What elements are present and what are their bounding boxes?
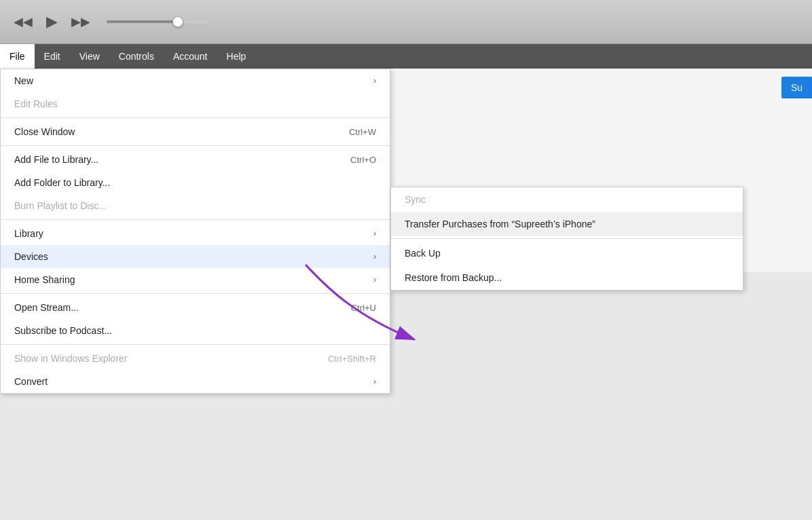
submenu-separator-1 [391, 238, 743, 239]
separator-3 [1, 219, 390, 220]
file-dropdown-menu: New › Edit Rules Close Window Ctrl+W Add… [0, 69, 390, 394]
new-arrow-icon: › [373, 76, 376, 86]
su-button[interactable]: Su [781, 77, 812, 98]
play-button[interactable]: ▶ [43, 10, 60, 33]
menu-item-close-window[interactable]: Close Window Ctrl+W [1, 120, 390, 143]
menu-item-edit-rules: Edit Rules [1, 92, 390, 115]
submenu-item-restore-backup[interactable]: Restore from Backup... [391, 265, 743, 290]
add-file-shortcut: Ctrl+O [350, 155, 376, 165]
separator-5 [1, 344, 390, 345]
fastforward-button[interactable]: ▶▶ [69, 12, 93, 32]
menu-edit[interactable]: Edit [35, 44, 70, 69]
menu-item-subscribe-podcast[interactable]: Subscribe to Podcast... [1, 319, 390, 342]
menu-item-add-folder[interactable]: Add Folder to Library... [1, 171, 390, 194]
close-window-shortcut: Ctrl+W [349, 127, 376, 137]
menu-help[interactable]: Help [217, 44, 256, 69]
menu-file[interactable]: File [0, 44, 35, 69]
menu-item-convert[interactable]: Convert › [1, 370, 390, 393]
menu-item-show-explorer: Show in Windows Explorer Ctrl+Shift+R [1, 347, 390, 370]
volume-slider-container [107, 20, 208, 23]
menu-item-new[interactable]: New › [1, 69, 390, 92]
devices-submenu: Sync Transfer Purchases from “Supreeth’s… [390, 187, 743, 291]
convert-arrow-icon: › [373, 377, 376, 386]
separator-2 [1, 145, 390, 146]
menu-item-open-stream[interactable]: Open Stream... Ctrl+U [1, 296, 390, 319]
menu-item-add-file[interactable]: Add File to Library... Ctrl+O [1, 148, 390, 171]
menu-item-library[interactable]: Library › [1, 222, 390, 245]
devices-arrow-icon: › [373, 252, 376, 261]
menu-controls[interactable]: Controls [109, 44, 164, 69]
menu-account[interactable]: Account [164, 44, 217, 69]
submenu-item-sync: Sync [391, 187, 743, 212]
toolbar: ◀◀ ▶ ▶▶ [0, 0, 812, 44]
menu-view[interactable]: View [70, 44, 109, 69]
submenu-item-transfer-purchases[interactable]: Transfer Purchases from “Supreeth’s iPho… [391, 212, 743, 236]
menubar: File Edit View Controls Account Help [0, 44, 812, 69]
home-sharing-arrow-icon: › [373, 275, 376, 284]
rewind-button[interactable]: ◀◀ [11, 12, 35, 32]
menu-item-burn-playlist: Burn Playlist to Disc... [1, 194, 390, 217]
menu-item-home-sharing[interactable]: Home Sharing › [1, 268, 390, 291]
separator-4 [1, 293, 390, 294]
volume-slider[interactable] [107, 20, 208, 23]
separator-1 [1, 117, 390, 118]
library-arrow-icon: › [373, 229, 376, 238]
menu-item-devices[interactable]: Devices › [1, 245, 390, 268]
submenu-item-back-up[interactable]: Back Up [391, 241, 743, 265]
volume-knob [172, 16, 183, 27]
show-explorer-shortcut: Ctrl+Shift+R [328, 354, 376, 364]
open-stream-shortcut: Ctrl+U [351, 303, 376, 313]
